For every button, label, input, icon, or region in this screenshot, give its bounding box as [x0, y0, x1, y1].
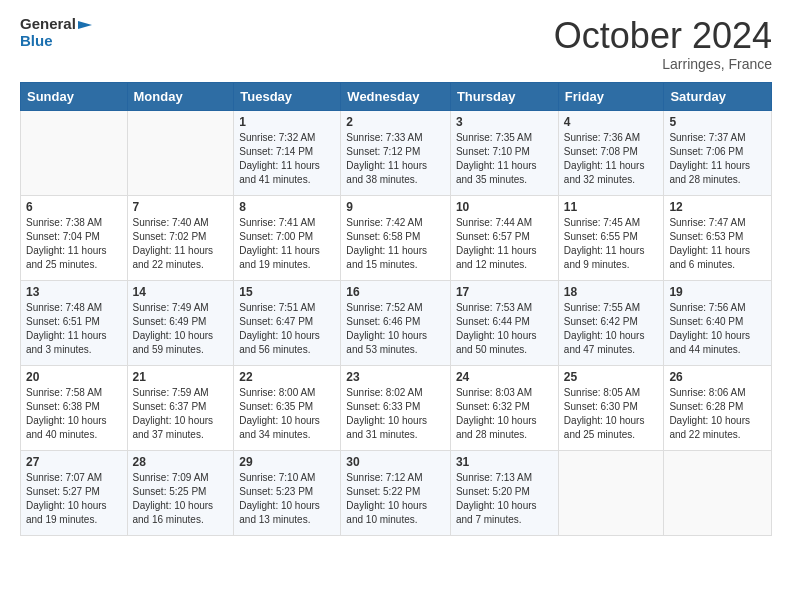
sunset-text: Sunset: 7:10 PM [456, 146, 530, 157]
daylight-text: Daylight: 11 hours and 12 minutes. [456, 245, 537, 270]
daylight-text: Daylight: 10 hours and 10 minutes. [346, 500, 427, 525]
cell-week0-day6: 5 Sunrise: 7:37 AM Sunset: 7:06 PM Dayli… [664, 110, 772, 195]
sunrise-text: Sunrise: 7:59 AM [133, 387, 209, 398]
cell-week1-day1: 7 Sunrise: 7:40 AM Sunset: 7:02 PM Dayli… [127, 195, 234, 280]
sunrise-text: Sunrise: 7:35 AM [456, 132, 532, 143]
sunset-text: Sunset: 7:12 PM [346, 146, 420, 157]
day-number: 5 [669, 115, 766, 129]
daylight-text: Daylight: 11 hours and 32 minutes. [564, 160, 645, 185]
day-number: 27 [26, 455, 122, 469]
day-number: 21 [133, 370, 229, 384]
cell-week3-day3: 23 Sunrise: 8:02 AM Sunset: 6:33 PM Dayl… [341, 365, 451, 450]
sunset-text: Sunset: 7:06 PM [669, 146, 743, 157]
daylight-text: Daylight: 10 hours and 50 minutes. [456, 330, 537, 355]
sunset-text: Sunset: 6:57 PM [456, 231, 530, 242]
cell-week4-day6 [664, 450, 772, 535]
day-number: 15 [239, 285, 335, 299]
day-number: 24 [456, 370, 553, 384]
sunrise-text: Sunrise: 7:58 AM [26, 387, 102, 398]
day-number: 7 [133, 200, 229, 214]
cell-week3-day5: 25 Sunrise: 8:05 AM Sunset: 6:30 PM Dayl… [558, 365, 664, 450]
daylight-text: Daylight: 11 hours and 25 minutes. [26, 245, 107, 270]
header-sunday: Sunday [21, 82, 128, 110]
daylight-text: Daylight: 11 hours and 22 minutes. [133, 245, 214, 270]
sunrise-text: Sunrise: 7:41 AM [239, 217, 315, 228]
sunrise-text: Sunrise: 8:02 AM [346, 387, 422, 398]
logo-arrow-icon [78, 18, 92, 32]
sunset-text: Sunset: 6:44 PM [456, 316, 530, 327]
daylight-text: Daylight: 10 hours and 37 minutes. [133, 415, 214, 440]
cell-week1-day0: 6 Sunrise: 7:38 AM Sunset: 7:04 PM Dayli… [21, 195, 128, 280]
header-monday: Monday [127, 82, 234, 110]
sunrise-text: Sunrise: 7:37 AM [669, 132, 745, 143]
cell-week4-day5 [558, 450, 664, 535]
cell-week3-day4: 24 Sunrise: 8:03 AM Sunset: 6:32 PM Dayl… [450, 365, 558, 450]
daylight-text: Daylight: 11 hours and 15 minutes. [346, 245, 427, 270]
sunrise-text: Sunrise: 7:38 AM [26, 217, 102, 228]
sunset-text: Sunset: 5:22 PM [346, 486, 420, 497]
calendar-page: General Blue October 2024 Larringes, Fra… [0, 0, 792, 556]
cell-week3-day6: 26 Sunrise: 8:06 AM Sunset: 6:28 PM Dayl… [664, 365, 772, 450]
day-number: 30 [346, 455, 445, 469]
header-saturday: Saturday [664, 82, 772, 110]
day-number: 20 [26, 370, 122, 384]
sunrise-text: Sunrise: 7:32 AM [239, 132, 315, 143]
daylight-text: Daylight: 10 hours and 25 minutes. [564, 415, 645, 440]
sunset-text: Sunset: 6:37 PM [133, 401, 207, 412]
sunset-text: Sunset: 6:35 PM [239, 401, 313, 412]
cell-week0-day4: 3 Sunrise: 7:35 AM Sunset: 7:10 PM Dayli… [450, 110, 558, 195]
cell-week2-day5: 18 Sunrise: 7:55 AM Sunset: 6:42 PM Dayl… [558, 280, 664, 365]
sunset-text: Sunset: 6:32 PM [456, 401, 530, 412]
sunset-text: Sunset: 5:23 PM [239, 486, 313, 497]
day-number: 16 [346, 285, 445, 299]
sunset-text: Sunset: 6:30 PM [564, 401, 638, 412]
sunset-text: Sunset: 6:28 PM [669, 401, 743, 412]
sunset-text: Sunset: 6:47 PM [239, 316, 313, 327]
day-number: 23 [346, 370, 445, 384]
sunset-text: Sunset: 7:14 PM [239, 146, 313, 157]
sunrise-text: Sunrise: 7:10 AM [239, 472, 315, 483]
sunrise-text: Sunrise: 7:42 AM [346, 217, 422, 228]
sunrise-text: Sunrise: 7:51 AM [239, 302, 315, 313]
daylight-text: Daylight: 11 hours and 19 minutes. [239, 245, 320, 270]
daylight-text: Daylight: 11 hours and 3 minutes. [26, 330, 107, 355]
day-number: 28 [133, 455, 229, 469]
sunrise-text: Sunrise: 8:03 AM [456, 387, 532, 398]
sunrise-text: Sunrise: 7:52 AM [346, 302, 422, 313]
sunrise-text: Sunrise: 8:05 AM [564, 387, 640, 398]
sunset-text: Sunset: 6:53 PM [669, 231, 743, 242]
sunset-text: Sunset: 6:55 PM [564, 231, 638, 242]
logo-text-general: General [20, 16, 92, 33]
svg-marker-0 [78, 21, 92, 29]
sunset-text: Sunset: 5:27 PM [26, 486, 100, 497]
day-number: 4 [564, 115, 659, 129]
header-thursday: Thursday [450, 82, 558, 110]
logo: General Blue [20, 16, 92, 49]
day-number: 14 [133, 285, 229, 299]
day-number: 3 [456, 115, 553, 129]
sunrise-text: Sunrise: 7:40 AM [133, 217, 209, 228]
daylight-text: Daylight: 11 hours and 9 minutes. [564, 245, 645, 270]
month-title: October 2024 [554, 16, 772, 56]
cell-week1-day6: 12 Sunrise: 7:47 AM Sunset: 6:53 PM Dayl… [664, 195, 772, 280]
daylight-text: Daylight: 10 hours and 53 minutes. [346, 330, 427, 355]
daylight-text: Daylight: 10 hours and 16 minutes. [133, 500, 214, 525]
daylight-text: Daylight: 11 hours and 35 minutes. [456, 160, 537, 185]
cell-week3-day2: 22 Sunrise: 8:00 AM Sunset: 6:35 PM Dayl… [234, 365, 341, 450]
sunrise-text: Sunrise: 7:33 AM [346, 132, 422, 143]
day-number: 31 [456, 455, 553, 469]
sunset-text: Sunset: 6:49 PM [133, 316, 207, 327]
cell-week2-day6: 19 Sunrise: 7:56 AM Sunset: 6:40 PM Dayl… [664, 280, 772, 365]
cell-week0-day0 [21, 110, 128, 195]
location: Larringes, France [554, 56, 772, 72]
day-number: 6 [26, 200, 122, 214]
cell-week3-day1: 21 Sunrise: 7:59 AM Sunset: 6:37 PM Dayl… [127, 365, 234, 450]
day-number: 13 [26, 285, 122, 299]
day-number: 9 [346, 200, 445, 214]
cell-week1-day5: 11 Sunrise: 7:45 AM Sunset: 6:55 PM Dayl… [558, 195, 664, 280]
daylight-text: Daylight: 10 hours and 31 minutes. [346, 415, 427, 440]
sunrise-text: Sunrise: 8:06 AM [669, 387, 745, 398]
sunrise-text: Sunrise: 7:44 AM [456, 217, 532, 228]
day-number: 19 [669, 285, 766, 299]
logo-text-blue: Blue [20, 33, 92, 50]
